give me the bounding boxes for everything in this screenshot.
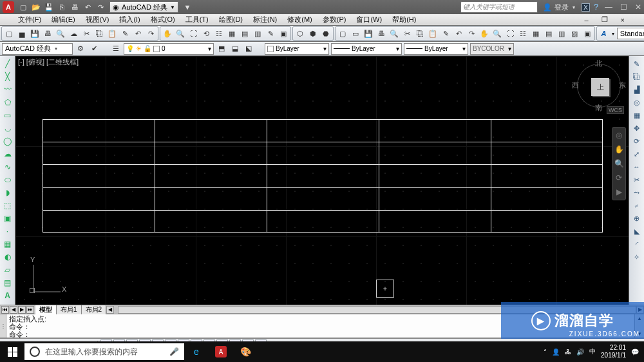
extend-icon[interactable]: ⤳ bbox=[631, 187, 643, 198]
copy-obj-icon[interactable]: ⿻ bbox=[631, 71, 643, 82]
open2-icon[interactable]: ▭ bbox=[350, 28, 361, 39]
task-edge[interactable]: e bbox=[184, 341, 209, 362]
ellipse-icon[interactable]: ⬭ bbox=[2, 174, 14, 186]
tab-first-button[interactable]: ⏮ bbox=[1, 306, 9, 314]
orbit-nav-icon[interactable]: ⟳ bbox=[614, 173, 624, 183]
offset-icon[interactable]: ◎ bbox=[631, 97, 643, 108]
markup-icon[interactable]: ✎ bbox=[265, 28, 276, 39]
textstyle-combo[interactable]: Standard ▾ bbox=[617, 28, 644, 39]
viewcube-south[interactable]: 南 bbox=[595, 103, 602, 113]
menu-tools[interactable]: 工具(T) bbox=[184, 14, 211, 25]
menu-insert[interactable]: 插入(I) bbox=[117, 14, 142, 25]
qat-dropdown-icon[interactable]: ▼ bbox=[182, 2, 193, 12]
viewcube-wcs[interactable]: WCS bbox=[607, 106, 624, 114]
menu-draw[interactable]: 绘图(D) bbox=[217, 14, 245, 25]
xline-icon[interactable]: ╳ bbox=[2, 71, 14, 82]
ws2-icon[interactable]: ⬢ bbox=[307, 28, 319, 39]
doc-restore-button[interactable]: ❐ bbox=[598, 15, 611, 24]
chevron-down-icon[interactable]: ▾ bbox=[611, 31, 616, 37]
open-icon[interactable]: ▅ bbox=[16, 28, 28, 39]
mirror-icon[interactable]: ▟ bbox=[631, 84, 643, 95]
arc-icon[interactable]: ◡ bbox=[2, 122, 14, 134]
command-handle[interactable]: ⋮ bbox=[0, 314, 6, 338]
mic-icon[interactable]: 🎤 bbox=[169, 347, 179, 356]
join-icon[interactable]: ⊕ bbox=[631, 213, 643, 224]
viewcube-north[interactable]: 北 bbox=[595, 59, 602, 68]
copy2-icon[interactable]: ⿻ bbox=[414, 28, 426, 39]
zoomwin-icon[interactable]: ⛶ bbox=[187, 28, 199, 39]
break-icon[interactable]: ⌿ bbox=[631, 200, 643, 211]
paste2-icon[interactable]: 📋 bbox=[427, 28, 439, 39]
lineweight-combo[interactable]: ByLayer ▾ bbox=[404, 43, 468, 55]
new-icon[interactable]: ▢ bbox=[18, 2, 28, 12]
minimize-button[interactable]: — bbox=[605, 3, 612, 12]
tray-up-icon[interactable]: ˄ bbox=[544, 348, 547, 356]
prev2-icon[interactable]: 🔍 bbox=[388, 28, 400, 39]
table-icon[interactable]: ▤ bbox=[2, 277, 14, 289]
undo-icon[interactable]: ↶ bbox=[132, 28, 144, 39]
mk2-icon[interactable]: ▨ bbox=[569, 28, 580, 39]
pan-icon[interactable]: ✋ bbox=[162, 28, 173, 39]
saveas-icon[interactable]: ⎘ bbox=[57, 2, 67, 12]
publish-icon[interactable]: ☁ bbox=[68, 28, 79, 39]
matchprop-icon[interactable]: ✎ bbox=[119, 28, 131, 39]
ellipsearc-icon[interactable]: ◗ bbox=[2, 187, 14, 198]
plotstyle-combo[interactable]: BYCOLOR ▾ bbox=[470, 43, 514, 55]
hscroll-left-button[interactable]: ◀ bbox=[106, 306, 114, 314]
color-combo[interactable]: ByLayer ▾ bbox=[265, 43, 329, 55]
tab-layout1[interactable]: 布局1 bbox=[57, 305, 82, 314]
tab-model[interactable]: 模型 bbox=[35, 305, 57, 314]
undo-icon[interactable]: ↶ bbox=[82, 2, 93, 12]
pan2-icon[interactable]: ✋ bbox=[478, 28, 490, 39]
explode-icon[interactable]: ✧ bbox=[631, 251, 643, 263]
paste-icon[interactable]: 📋 bbox=[106, 28, 118, 39]
toolpalette-icon[interactable]: ▤ bbox=[239, 28, 251, 39]
notifications-icon[interactable]: 💬 bbox=[631, 348, 639, 356]
erase-icon[interactable]: ✎ bbox=[631, 58, 643, 70]
rect-icon[interactable]: ▭ bbox=[2, 110, 14, 121]
tab-layout2[interactable]: 布局2 bbox=[82, 305, 107, 314]
undo2-icon[interactable]: ↶ bbox=[453, 28, 464, 39]
tray-people-icon[interactable]: 👤 bbox=[552, 348, 560, 356]
viewcube-west[interactable]: 西 bbox=[572, 81, 579, 90]
save-icon[interactable]: 💾 bbox=[44, 2, 54, 12]
help-search-input[interactable]: 键入关键字或短语 bbox=[460, 1, 538, 13]
polygon-icon[interactable]: ⬠ bbox=[2, 97, 14, 108]
open-icon[interactable]: 📂 bbox=[31, 2, 41, 12]
copy-icon[interactable]: ⿻ bbox=[93, 28, 105, 39]
scale-icon[interactable]: ⤢ bbox=[631, 148, 643, 160]
array-icon[interactable]: ▦ bbox=[631, 110, 643, 121]
zoomprev-icon[interactable]: ⟲ bbox=[200, 28, 212, 39]
hatch-icon[interactable]: ▦ bbox=[2, 238, 14, 250]
menu-help[interactable]: 帮助(H) bbox=[390, 14, 418, 25]
ws-icon[interactable]: ⬡ bbox=[294, 28, 306, 39]
spline-icon[interactable]: ∿ bbox=[2, 161, 14, 173]
cut2-icon[interactable]: ✂ bbox=[401, 28, 413, 39]
viewcube[interactable]: 上 北 南 西 东 WCS bbox=[573, 60, 625, 111]
line-icon[interactable]: ╱ bbox=[2, 58, 14, 70]
chamfer-icon[interactable]: ◣ bbox=[631, 225, 643, 237]
region-icon[interactable]: ▱ bbox=[2, 264, 14, 276]
app-logo[interactable]: A bbox=[3, 1, 14, 13]
task-paint[interactable]: 🎨 bbox=[233, 341, 258, 362]
new2-icon[interactable]: ▢ bbox=[337, 28, 348, 39]
dc2-icon[interactable]: ▦ bbox=[530, 28, 542, 39]
maximize-button[interactable]: ☐ bbox=[620, 3, 627, 12]
viewcube-face-top[interactable]: 上 bbox=[591, 78, 609, 96]
redo-icon[interactable]: ↷ bbox=[95, 2, 106, 12]
move-icon[interactable]: ✥ bbox=[631, 122, 643, 134]
layer-prev-icon[interactable]: ⬒ bbox=[216, 43, 227, 55]
menu-file[interactable]: 文件(F) bbox=[16, 14, 43, 25]
menu-view[interactable]: 视图(V) bbox=[84, 14, 111, 25]
redo-icon[interactable]: ↷ bbox=[145, 28, 156, 39]
tab-last-button[interactable]: ⏭ bbox=[26, 306, 34, 314]
ws-save-icon[interactable]: ✔ bbox=[88, 43, 100, 55]
print-icon[interactable]: 🖶 bbox=[42, 28, 53, 39]
print-icon[interactable]: 🖶 bbox=[70, 2, 80, 12]
menu-format[interactable]: 格式(O) bbox=[149, 14, 177, 25]
doc-close-button[interactable]: × bbox=[618, 16, 628, 24]
new-icon[interactable]: ▢ bbox=[3, 28, 15, 39]
layer-manager-icon[interactable]: ☰ bbox=[110, 43, 122, 55]
pan-nav-icon[interactable]: ✋ bbox=[614, 144, 624, 155]
revcloud-icon[interactable]: ☁ bbox=[2, 148, 14, 160]
